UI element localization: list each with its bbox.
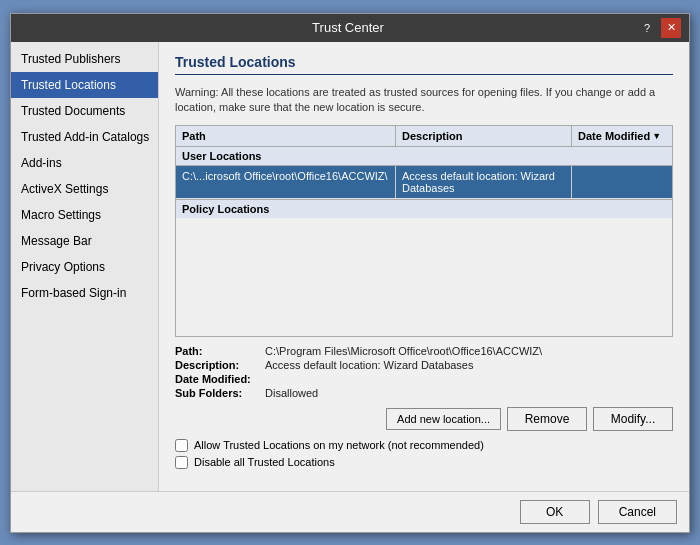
help-button[interactable]: ?: [637, 18, 657, 38]
path-detail-label: Path:: [175, 345, 265, 357]
path-detail-row: Path: C:\Program Files\Microsoft Office\…: [175, 345, 673, 357]
sidebar-item-trusted-locations[interactable]: Trusted Locations: [11, 72, 158, 98]
subfolders-detail-value: Disallowed: [265, 387, 318, 399]
action-buttons: Add new location... Remove Modify...: [175, 407, 673, 431]
disable-all-label: Disable all Trusted Locations: [194, 456, 335, 468]
col-desc-header: Description: [396, 126, 572, 146]
add-new-location-button[interactable]: Add new location...: [386, 408, 501, 430]
description-detail-row: Description: Access default location: Wi…: [175, 359, 673, 371]
description-detail-value: Access default location: Wizard Database…: [265, 359, 474, 371]
dialog-content: Trusted PublishersTrusted LocationsTrust…: [11, 42, 689, 491]
subfolders-detail-row: Sub Folders: Disallowed: [175, 387, 673, 399]
sidebar-item-form-based-sign-in[interactable]: Form-based Sign-in: [11, 280, 158, 306]
section-title: Trusted Locations: [175, 54, 673, 75]
footer-buttons: OK Cancel: [11, 491, 689, 532]
table-row[interactable]: C:\...icrosoft Office\root\Office16\ACCW…: [176, 166, 672, 199]
allow-network-label: Allow Trusted Locations on my network (n…: [194, 439, 484, 451]
row-date: [572, 166, 672, 198]
sidebar-item-trusted-publishers[interactable]: Trusted Publishers: [11, 46, 158, 72]
sidebar-item-activex-settings[interactable]: ActiveX Settings: [11, 176, 158, 202]
date-detail-label: Date Modified:: [175, 373, 265, 385]
dialog-title: Trust Center: [59, 20, 637, 35]
disable-all-checkbox[interactable]: [175, 456, 188, 469]
col-date-header: Date Modified ▼: [572, 126, 672, 146]
allow-network-checkbox[interactable]: [175, 439, 188, 452]
sidebar-item-trusted-add-in-catalogs[interactable]: Trusted Add-in Catalogs: [11, 124, 158, 150]
subfolders-detail-label: Sub Folders:: [175, 387, 265, 399]
remove-button[interactable]: Remove: [507, 407, 587, 431]
sidebar-item-trusted-documents[interactable]: Trusted Documents: [11, 98, 158, 124]
title-bar: Trust Center ? ✕: [11, 14, 689, 42]
date-detail-row: Date Modified:: [175, 373, 673, 385]
close-button[interactable]: ✕: [661, 18, 681, 38]
path-detail-value: C:\Program Files\Microsoft Office\root\O…: [265, 345, 542, 357]
checkboxes-section: Allow Trusted Locations on my network (n…: [175, 439, 673, 473]
policy-locations-header: Policy Locations: [176, 199, 672, 218]
ok-button[interactable]: OK: [520, 500, 590, 524]
table-body: User Locations C:\...icrosoft Office\roo…: [176, 147, 672, 335]
col-path-header: Path: [176, 126, 396, 146]
trust-center-dialog: Trust Center ? ✕ Trusted PublishersTrust…: [10, 13, 690, 533]
description-detail-label: Description:: [175, 359, 265, 371]
warning-text: Warning: All these locations are treated…: [175, 85, 673, 116]
sidebar-item-privacy-options[interactable]: Privacy Options: [11, 254, 158, 280]
sidebar-item-macro-settings[interactable]: Macro Settings: [11, 202, 158, 228]
main-panel: Trusted Locations Warning: All these loc…: [159, 42, 689, 491]
modify-button[interactable]: Modify...: [593, 407, 673, 431]
title-bar-controls: ? ✕: [637, 18, 681, 38]
allow-network-checkbox-row: Allow Trusted Locations on my network (n…: [175, 439, 673, 452]
locations-table: Path Description Date Modified ▼ User Lo…: [175, 125, 673, 336]
details-section: Path: C:\Program Files\Microsoft Office\…: [175, 345, 673, 401]
user-locations-header: User Locations: [176, 147, 672, 166]
sidebar: Trusted PublishersTrusted LocationsTrust…: [11, 42, 159, 491]
row-path: C:\...icrosoft Office\root\Office16\ACCW…: [176, 166, 396, 198]
sidebar-item-message-bar[interactable]: Message Bar: [11, 228, 158, 254]
sort-icon: ▼: [652, 131, 661, 141]
table-header: Path Description Date Modified ▼: [176, 126, 672, 147]
disable-all-checkbox-row: Disable all Trusted Locations: [175, 456, 673, 469]
sidebar-item-add-ins[interactable]: Add-ins: [11, 150, 158, 176]
row-description: Access default location: Wizard Database…: [396, 166, 572, 198]
cancel-button[interactable]: Cancel: [598, 500, 677, 524]
